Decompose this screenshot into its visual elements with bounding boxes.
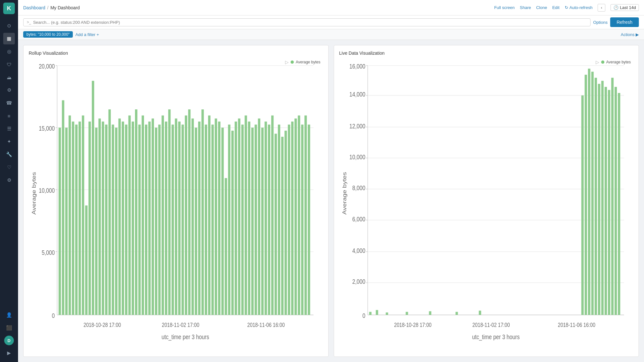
svg-text:0: 0 [52,312,55,319]
rollup-chart-legend: ▷ Average bytes [285,60,321,65]
svg-rect-59 [201,109,204,315]
sidebar-item-settings[interactable]: ⚙ [3,174,15,186]
sidebar-item-alerts[interactable]: ✦ [3,136,15,147]
active-filter-badge[interactable]: bytes: "10,000 to 20,000" [23,31,73,38]
sidebar-item-management[interactable]: 🔧 [3,149,15,160]
svg-rect-76 [258,118,260,315]
svg-text:6,000: 6,000 [352,215,365,223]
svg-rect-60 [205,125,207,315]
svg-rect-62 [211,125,214,315]
breadcrumb-dashboard-link[interactable]: Dashboard [23,5,45,10]
svg-text:2018-10-28 17:00: 2018-10-28 17:00 [83,322,121,329]
svg-rect-47 [162,116,164,315]
legend-expand-icon[interactable]: ▷ [285,60,289,65]
live-chart-legend: ▷ Average bytes [596,60,631,65]
svg-rect-89 [301,125,303,315]
clone-button[interactable]: Clone [536,5,547,10]
svg-text:2018-10-28 17:00: 2018-10-28 17:00 [394,322,431,329]
svg-rect-134 [591,72,593,315]
svg-text:15,000: 15,000 [39,125,55,132]
refresh-button[interactable]: Refresh [610,17,639,27]
svg-rect-31 [109,109,111,315]
filterbar: bytes: "10,000 to 20,000" Add a filter +… [18,29,644,40]
app-logo[interactable]: K [3,3,15,14]
edit-button[interactable]: Edit [552,5,559,10]
svg-rect-84 [284,131,287,315]
time-range-picker[interactable]: 🕐 Last 14d [610,4,639,11]
add-filter-button[interactable]: Add a filter + [75,32,99,37]
svg-rect-133 [588,69,590,315]
svg-rect-88 [298,116,300,315]
avatar[interactable]: D [4,336,14,345]
svg-rect-32 [112,125,114,315]
svg-rect-132 [584,75,587,315]
svg-rect-127 [406,312,408,315]
breadcrumb-current: My Dashboard [50,5,80,10]
svg-rect-130 [479,311,481,315]
search-input[interactable] [33,20,587,25]
svg-rect-135 [594,78,597,315]
svg-text:2018-11-06 16:00: 2018-11-06 16:00 [247,322,285,329]
svg-rect-18 [65,128,67,315]
svg-rect-142 [618,93,620,315]
svg-rect-68 [231,131,234,315]
svg-rect-26 [92,81,94,315]
live-legend-label: Average bytes [606,60,631,64]
svg-rect-129 [455,312,457,315]
svg-rect-140 [611,78,613,315]
svg-rect-41 [142,116,144,315]
sidebar-item-home[interactable]: ⊙ [3,20,15,32]
actions-button[interactable]: Actions ▶ [621,32,639,37]
live-legend-color-dot [601,60,604,64]
sidebar-item-discover[interactable]: ◎ [3,46,15,57]
auto-refresh-button[interactable]: ↻ Auto-refresh [565,5,593,10]
share-button[interactable]: Share [520,5,531,10]
sidebar-item-dev[interactable]: ☰ [3,123,15,135]
sidebar-item-user[interactable]: 👤 [3,309,15,321]
svg-rect-71 [241,125,244,315]
full-screen-button[interactable]: Full screen [494,5,515,10]
svg-rect-17 [62,100,64,315]
refresh-icon: ↻ [565,5,568,10]
svg-rect-53 [181,125,184,315]
svg-rect-25 [89,122,91,315]
sidebar-item-signout[interactable]: ⬛ [3,322,15,334]
svg-rect-42 [145,125,147,315]
svg-rect-56 [191,118,194,315]
svg-rect-69 [235,122,237,315]
filter-left: bytes: "10,000 to 20,000" Add a filter + [23,31,99,38]
options-button[interactable]: Options [593,20,608,25]
nav-prev-button[interactable]: ‹ [598,4,605,12]
live-legend-expand-icon[interactable]: ▷ [596,60,599,65]
svg-text:10,000: 10,000 [349,153,365,161]
sidebar-item-monitoring[interactable]: ♡ [3,162,15,173]
svg-rect-61 [208,116,210,315]
live-visualization-panel: Live Data Visualization ▷ Average bytes … [334,45,639,357]
svg-rect-45 [155,128,157,315]
sidebar: K ⊙ ▦ ◎ 🛡 ⛰ ⚙ ☎ ≡ ☰ ✦ 🔧 ♡ ⚙ 👤 ⬛ D ▶ [0,0,18,362]
topbar: Dashboard / My Dashboard Full screen Sha… [18,0,644,15]
sidebar-item-maps[interactable]: ⛰ [3,71,15,83]
rollup-chart-svg: 20,000 15,000 10,000 5,000 0 Average b [29,60,323,351]
sidebar-item-dashboard[interactable]: ▦ [3,33,15,44]
svg-rect-16 [59,128,61,315]
sidebar-item-logs[interactable]: ≡ [3,110,15,122]
svg-rect-70 [238,118,240,315]
sidebar-item-play[interactable]: ▶ [3,347,15,359]
sidebar-item-apm[interactable]: ⚙ [3,84,15,96]
svg-rect-73 [248,122,250,315]
svg-rect-51 [175,118,177,315]
svg-text:2018-11-06 16:00: 2018-11-06 16:00 [558,322,595,329]
svg-text:2018-11-02 17:00: 2018-11-02 17:00 [472,322,510,329]
rollup-visualization-panel: Rollup Visualization ▷ Average bytes 20,… [23,45,329,357]
live-chart-svg: 16,000 14,000 12,000 10,000 8,000 6,000 … [339,60,634,351]
svg-text:10,000: 10,000 [39,187,55,194]
svg-rect-82 [278,125,280,315]
svg-text:2,000: 2,000 [352,278,365,285]
svg-rect-87 [294,118,297,315]
svg-rect-79 [268,125,270,315]
svg-rect-49 [168,109,170,315]
svg-rect-77 [261,128,264,315]
sidebar-item-uptime[interactable]: ☎ [3,97,15,109]
sidebar-item-shield[interactable]: 🛡 [3,59,15,70]
